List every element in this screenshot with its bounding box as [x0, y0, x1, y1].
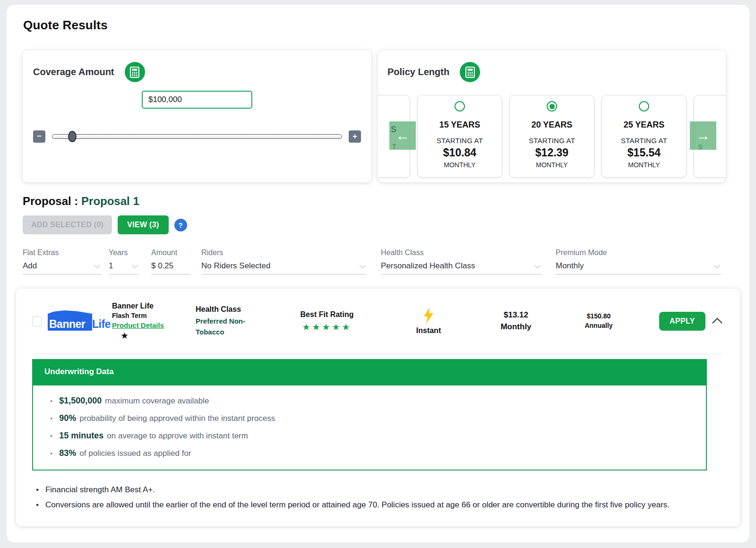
- carousel-left-arrow-button[interactable]: ←: [389, 121, 416, 150]
- flat-extras-filter: Flat Extras Add: [23, 248, 101, 274]
- bullet-icon: •: [50, 432, 52, 440]
- carrier-name: Banner Life: [112, 302, 174, 310]
- add-selected-button[interactable]: ADD SELECTED (0): [23, 215, 112, 234]
- underwriting-item: • 15 minutes on average to approve with …: [50, 431, 696, 441]
- policy-length-carousel: S T 15 YEARS STARTING AT $10.84 MONTHLY …: [378, 95, 726, 182]
- view-button[interactable]: VIEW (3): [118, 215, 168, 234]
- coverage-amount-input[interactable]: [142, 91, 252, 109]
- favorite-star-icon: ★: [120, 330, 174, 341]
- bullet-icon: •: [50, 449, 52, 457]
- monthly-price: $13.12 Monthly: [490, 309, 542, 333]
- divider: [32, 354, 723, 354]
- coverage-increase-button[interactable]: +: [349, 130, 361, 143]
- policy-length-panel: Policy Length S: [378, 51, 726, 182]
- underwriting-item: • 83% of policies issued as applied for: [50, 448, 696, 458]
- top-controls-row: Coverage Amount −: [23, 51, 740, 182]
- instant-indicator: Instant: [410, 308, 447, 335]
- health-class-select[interactable]: Personalized Health Class: [381, 261, 541, 271]
- chevron-down-icon: [94, 262, 100, 268]
- bullet-icon: •: [36, 483, 39, 497]
- policy-calculator-icon[interactable]: [460, 62, 480, 82]
- quote-select-checkbox[interactable]: [32, 317, 42, 326]
- underwriting-section: Underwriting Data • $1,500,000 maximum c…: [32, 359, 707, 471]
- amount-input[interactable]: $ 0.25: [151, 261, 191, 271]
- proposal-name: Proposal 1: [81, 195, 139, 207]
- policy-option-15-years[interactable]: 15 YEARS STARTING AT $10.84 MONTHLY: [417, 95, 502, 178]
- coverage-calculator-icon[interactable]: [125, 62, 145, 82]
- flat-extras-select[interactable]: Add: [23, 261, 101, 271]
- coverage-slider-track[interactable]: [52, 134, 342, 139]
- underwriting-header: Underwriting Data: [32, 359, 707, 385]
- health-class-filter: Health Class Personalized Health Class: [381, 248, 541, 274]
- coverage-decrease-button[interactable]: −: [33, 130, 45, 143]
- help-icon[interactable]: ?: [174, 219, 187, 231]
- chevron-down-icon: [360, 262, 366, 268]
- quote-result-card: Banner Life Banner Life Flash Term Produ…: [16, 289, 740, 526]
- calculator-glyph: [130, 67, 139, 78]
- policy-length-title: Policy Length: [387, 67, 449, 77]
- underwriting-item: • $1,500,000 maximum coverage available: [50, 396, 696, 406]
- proposal-heading: Proposal : Proposal 1: [23, 195, 740, 208]
- annual-price: $150.80 Annually: [575, 312, 622, 330]
- bullet-icon: •: [50, 397, 52, 405]
- bullet-icon: •: [50, 414, 52, 422]
- bullet-icon: •: [36, 498, 39, 512]
- proposal-actions: ADD SELECTED (0) VIEW (3) ?: [23, 215, 740, 234]
- filters-row: Flat Extras Add Years 1 Amount $ 0.2: [23, 248, 740, 274]
- amount-filter: Amount $ 0.25: [151, 248, 191, 274]
- underwriting-box: • $1,500,000 maximum coverage available …: [32, 385, 707, 471]
- chevron-down-icon: [534, 262, 541, 268]
- note-item: • Conversions are allowed until the earl…: [36, 498, 702, 512]
- policy-option-25-years[interactable]: 25 YEARS STARTING AT $15.54 MONTHLY: [601, 95, 687, 178]
- riders-filter: Riders No Riders Selected: [201, 248, 367, 274]
- best-fit-rating: Best Fit Rating ★★★★★: [292, 310, 362, 333]
- chevron-up-icon: [711, 317, 724, 325]
- underwriting-item: • 90% probability of being approved with…: [50, 413, 696, 423]
- coverage-slider-handle[interactable]: [68, 131, 77, 142]
- product-name: Flash Term: [112, 312, 174, 319]
- chevron-down-icon: [132, 262, 138, 268]
- riders-select[interactable]: No Riders Selected: [201, 261, 367, 271]
- radio-25-years[interactable]: [639, 101, 649, 111]
- years-select[interactable]: 1: [109, 261, 139, 271]
- premium-mode-select[interactable]: Monthly: [556, 261, 721, 271]
- page-title: Quote Results: [23, 18, 740, 33]
- health-class-info: Health Class Preferred Non-Tobacco: [196, 305, 256, 338]
- radio-15-years[interactable]: [455, 101, 465, 111]
- carrier-notes: • Financial strength AM Best A+. • Conve…: [36, 483, 702, 512]
- proposal-label: Proposal :: [23, 195, 78, 207]
- collapse-chevron-button[interactable]: [709, 315, 726, 328]
- calculator-glyph: [465, 67, 475, 78]
- quote-summary-row: Banner Life Banner Life Flash Term Produ…: [16, 289, 740, 354]
- years-filter: Years 1: [109, 248, 139, 274]
- carrier-info: Banner Life Flash Term Product Details ★: [112, 302, 174, 341]
- coverage-slider[interactable]: [52, 130, 342, 143]
- chevron-down-icon: [714, 262, 720, 268]
- carousel-right-arrow-button[interactable]: →: [690, 121, 716, 150]
- lightning-icon: [422, 308, 435, 324]
- quote-results-page: Quote Results Coverage Amount: [7, 5, 749, 542]
- note-item: • Financial strength AM Best A+.: [36, 483, 702, 497]
- apply-button[interactable]: APPLY: [659, 312, 705, 331]
- policy-option-20-years[interactable]: 20 YEARS STARTING AT $12.39 MONTHLY: [509, 95, 594, 178]
- product-details-link[interactable]: Product Details: [112, 321, 164, 329]
- banner-life-logo: Banner Life: [48, 310, 103, 333]
- premium-mode-filter: Premium Mode Monthly: [556, 248, 721, 274]
- star-rating-icons: ★★★★★: [292, 322, 362, 333]
- radio-20-years[interactable]: [547, 101, 557, 111]
- coverage-amount-title: Coverage Amount: [33, 67, 114, 77]
- coverage-amount-panel: Coverage Amount −: [23, 51, 371, 182]
